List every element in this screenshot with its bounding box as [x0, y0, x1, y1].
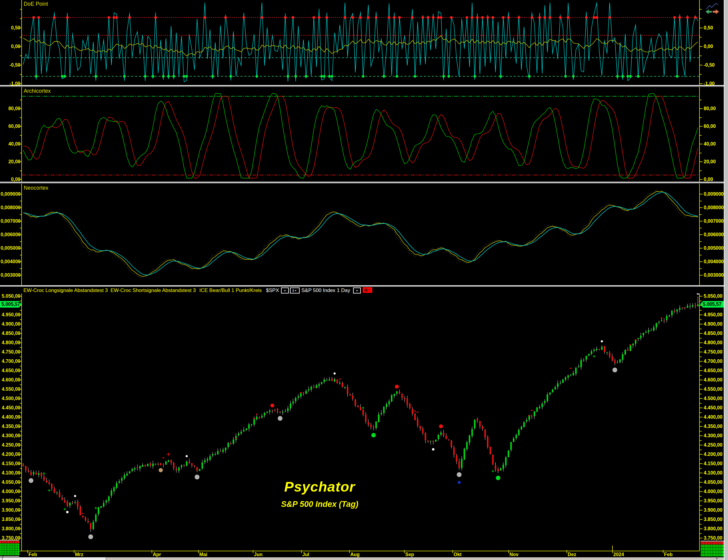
- price-tick-label: 4.400,00: [1, 414, 20, 420]
- axis-minor-tick: [20, 431, 22, 431]
- axis-minor-tick: [20, 477, 22, 478]
- horizontal-scrollbar-thumb[interactable]: [0, 557, 106, 560]
- doe-ytick-label: -1,00: [704, 81, 728, 86]
- axis-minor-tick: [20, 384, 22, 385]
- axis-minor-tick: [20, 324, 22, 324]
- price-tick-label: 4.500,00: [1, 396, 20, 401]
- x-axis-label: Dez: [568, 552, 576, 557]
- panel-splitter-2[interactable]: [0, 182, 728, 184]
- price-tick-label: 3.750,00: [704, 535, 728, 541]
- back-forward-arrows-icon[interactable]: [705, 2, 720, 16]
- scroll-arrow-icon[interactable]: [716, 558, 718, 559]
- doe-ytick-label: -0,50: [704, 62, 728, 68]
- neocortex-ytick-label: 0,005000: [1, 246, 20, 251]
- price-tick-label: 4.400,00: [704, 414, 728, 420]
- axis-minor-tick: [20, 310, 22, 310]
- price-tick-label: 3.850,00: [704, 517, 728, 522]
- indicator-label-long[interactable]: EW-Croc Longsignale Abstandstest 3: [23, 287, 108, 293]
- axis-minor-tick: [20, 135, 22, 136]
- axis-minor-tick: [700, 255, 702, 256]
- realtime-button[interactable]: R▼: [363, 287, 372, 293]
- price-tick-label: 4.250,00: [1, 442, 20, 448]
- axis-minor-tick: [700, 268, 702, 269]
- indicator-label-ice[interactable]: ICE Bear/Bull 1 Punkt/Kreis: [199, 287, 262, 293]
- back-arrow-icon[interactable]: [705, 9, 712, 14]
- price-tick-label: 4.900,00: [1, 321, 20, 327]
- status-glyph: f: [2, 555, 3, 560]
- candlestick-chart-canvas[interactable]: [22, 293, 699, 551]
- archicortex-ytick-label: 20,00: [704, 159, 728, 165]
- price-tick-label: 4.800,00: [704, 340, 728, 345]
- month-tick: [301, 550, 302, 553]
- axis-minor-tick: [700, 389, 702, 389]
- price-tick-label: 3.950,00: [1, 498, 20, 504]
- axis-minor-tick: [20, 505, 22, 506]
- doe-point-chart-canvas[interactable]: [22, 0, 699, 85]
- last-price-badge-right: 5.005,57: [700, 301, 724, 307]
- axis-minor-tick: [20, 370, 22, 371]
- price-tick-label: 4.100,00: [704, 470, 728, 476]
- axis-minor-tick: [700, 519, 702, 520]
- neocortex-ytick-label: 0,003000: [704, 273, 728, 278]
- timeframe-dropdown-button[interactable]: ▼: [353, 287, 361, 293]
- doe-ytick-label: 0,00: [704, 44, 728, 49]
- interval-dropdown-button[interactable]: I▼: [290, 287, 300, 293]
- axis-minor-tick: [700, 366, 702, 366]
- month-tick: [27, 550, 28, 553]
- forward-arrow-icon[interactable]: [713, 9, 719, 14]
- axis-minor-tick: [20, 426, 22, 427]
- axis-minor-tick: [20, 449, 22, 450]
- month-tick: [349, 550, 350, 553]
- archicortex-chart-canvas[interactable]: [22, 87, 699, 182]
- chart-watermark: Psychator S&P 500 Index (Tag): [224, 478, 416, 509]
- panel-title-doe-point: DoE Point: [24, 1, 48, 7]
- x-axis-label: Apr: [153, 552, 161, 557]
- axis-minor-tick: [700, 319, 702, 320]
- axis-minor-tick: [20, 463, 22, 464]
- doe-ytick-label: 0,00: [1, 44, 20, 49]
- axis-tick: [700, 28, 702, 28]
- axis-minor-tick: [700, 463, 702, 464]
- x-axis-label: Nov: [509, 552, 518, 557]
- axis-minor-tick: [20, 412, 22, 413]
- indicator-label-short[interactable]: EW-Croc Shortsignale Abstandstest 3: [110, 287, 196, 293]
- doe-ytick-label: -1,00: [1, 81, 20, 86]
- axis-minor-tick: [700, 328, 702, 329]
- neocortex-ytick-label: 0,009000: [1, 192, 20, 197]
- horizontal-scrollbar[interactable]: f: [0, 557, 728, 560]
- neocortex-chart-canvas[interactable]: [22, 184, 699, 285]
- panel-splitter-1[interactable]: [0, 85, 728, 87]
- axis-minor-tick: [20, 338, 22, 338]
- axis-minor-tick: [700, 352, 702, 352]
- main-chart-header: EW-Croc Longsignale Abstandstest 3 EW-Cr…: [0, 287, 728, 293]
- archicortex-ytick-label: 40,00: [704, 141, 728, 147]
- x-axis-label: 2024: [613, 552, 624, 557]
- archicortex-ytick-label: 40,00: [1, 141, 20, 147]
- symbol-dropdown-button[interactable]: ▼: [281, 287, 289, 293]
- axis-minor-tick: [20, 435, 22, 436]
- zigzag-line-icon: [706, 3, 718, 9]
- axis-minor-tick: [20, 422, 22, 422]
- archicortex-ytick-label: 60,00: [704, 124, 728, 129]
- axis-minor-tick: [20, 482, 22, 483]
- axis-minor-tick: [20, 538, 22, 538]
- chevron-down-icon: ▼: [368, 289, 370, 291]
- axis-minor-tick: [20, 459, 22, 459]
- price-tick-label: 4.200,00: [704, 452, 728, 457]
- axis-minor-tick: [20, 394, 22, 394]
- axis-minor-tick: [20, 533, 22, 534]
- month-tick: [198, 550, 199, 553]
- archicortex-ytick-label: 0,00: [1, 177, 20, 182]
- price-tick-label: 4.900,00: [704, 321, 728, 327]
- axis-minor-tick: [20, 403, 22, 404]
- axis-minor-tick: [700, 301, 702, 301]
- axis-minor-tick: [700, 338, 702, 338]
- x-axis-label: Aug: [350, 552, 360, 557]
- archicortex-ytick-label: 0,00: [704, 177, 728, 182]
- neocortex-ytick-label: 0,009000: [704, 192, 728, 197]
- neocortex-ytick-label: 0,006000: [704, 232, 728, 238]
- price-tick-label: 4.300,00: [1, 433, 20, 438]
- neocortex-ytick-label: 0,004000: [704, 259, 728, 265]
- axis-minor-tick: [20, 333, 22, 334]
- axis-minor-tick: [700, 56, 702, 56]
